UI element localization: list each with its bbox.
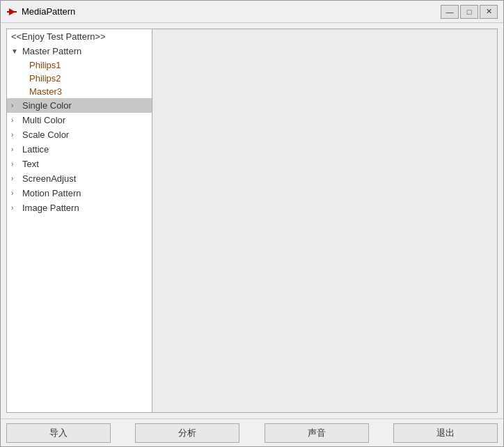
sound-button[interactable]: 声音 [265,423,369,443]
philips1-item[interactable]: Philips1 [7,58,152,72]
motion-pattern-label: Motion Pattern [22,188,148,198]
tree-panel: <<Enjoy Test Pattern>> ▼ Master Pattern … [6,29,152,413]
philips2-label: Philips2 [29,73,61,84]
lattice-item[interactable]: › Lattice [7,142,152,157]
text-label: Text [22,159,148,169]
exit-button[interactable]: 退出 [393,423,498,443]
motion-pattern-item[interactable]: › Motion Pattern [7,186,152,201]
philips2-item[interactable]: Philips2 [7,72,152,85]
main-window: MediaPattern — □ ✕ <<Enjoy Test Pattern>… [0,0,504,447]
window-title: MediaPattern [22,6,441,17]
scale-color-item[interactable]: › Scale Color [7,127,152,142]
single-color-label: Single Color [22,100,148,111]
master-pattern-item[interactable]: ▼ Master Pattern [7,44,152,58]
window-controls: — □ ✕ [441,5,498,19]
image-pattern-item[interactable]: › Image Pattern [7,201,152,215]
single-color-item[interactable]: › Single Color [7,98,152,113]
import-button[interactable]: 导入 [6,423,111,443]
motion-pattern-arrow-icon: › [11,189,21,197]
enjoy-pattern-label: <<Enjoy Test Pattern>> [11,31,148,42]
scale-color-label: Scale Color [22,130,148,140]
image-pattern-arrow-icon: › [11,204,21,212]
screen-adjust-label: ScreenAdjust [22,173,148,184]
multi-color-arrow-icon: › [11,116,21,124]
main-panel: <<Enjoy Test Pattern>> ▼ Master Pattern … [1,23,503,418]
lattice-label: Lattice [22,144,148,155]
svg-marker-1 [9,8,15,15]
screen-adjust-item[interactable]: › ScreenAdjust [7,171,152,186]
text-item[interactable]: › Text [7,157,152,171]
single-color-arrow-icon: › [11,102,21,109]
enjoy-pattern-item[interactable]: <<Enjoy Test Pattern>> [7,29,152,44]
app-icon [6,6,17,17]
image-pattern-label: Image Pattern [22,203,148,213]
philips1-label: Philips1 [29,60,61,70]
text-arrow-icon: › [11,160,21,168]
maximize-button[interactable]: □ [460,5,478,19]
title-bar: MediaPattern — □ ✕ [1,1,503,23]
master3-label: Master3 [29,86,62,97]
scale-color-arrow-icon: › [11,131,21,139]
preview-panel [152,29,498,413]
master3-item[interactable]: Master3 [7,85,152,98]
minimize-button[interactable]: — [441,5,459,19]
multi-color-item[interactable]: › Multi Color [7,113,152,127]
multi-color-label: Multi Color [22,115,148,125]
master-pattern-label: Master Pattern [22,46,148,56]
lattice-arrow-icon: › [11,146,21,153]
screen-adjust-arrow-icon: › [11,175,21,182]
master-arrow-icon: ▼ [11,47,21,55]
analyze-button[interactable]: 分析 [135,423,239,443]
close-button[interactable]: ✕ [480,5,498,19]
content-area: <<Enjoy Test Pattern>> ▼ Master Pattern … [1,23,503,446]
bottom-bar: 导入 分析 声音 退出 [1,418,503,446]
